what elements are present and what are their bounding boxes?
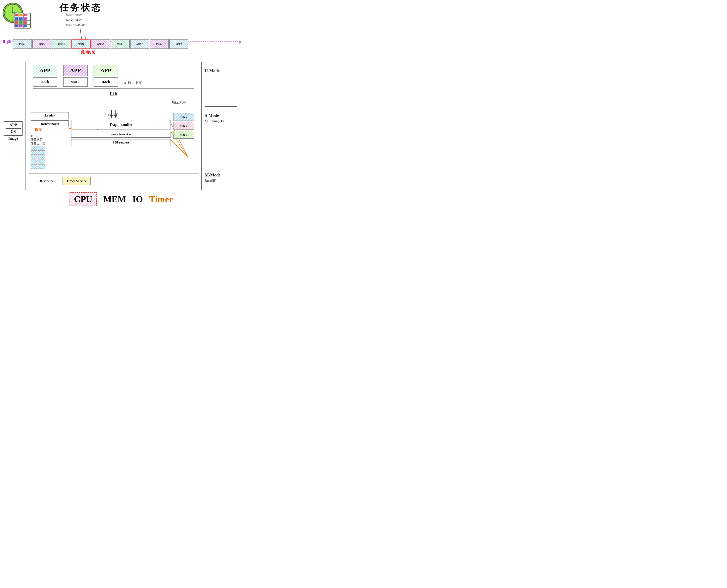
s-mode-sub-label: Multiprog OS <box>205 119 237 123</box>
app-image-sidebar: APP OS Image <box>4 121 23 141</box>
stack-box-3: stack <box>94 77 118 87</box>
svg-rect-26 <box>24 25 26 27</box>
svg-rect-17 <box>24 14 26 16</box>
m-mode-label: M-Mode <box>205 173 237 177</box>
tcbs-area: TCBs任务状态任务上下文 <box>30 134 69 169</box>
task-annotations: task3: ready task2: ready task1: running <box>66 12 85 27</box>
diagram-left: APP stack APP stack APP stack 函数上下文 Lib … <box>26 62 202 190</box>
list-item: task3 <box>52 39 71 49</box>
svg-rect-25 <box>19 25 23 27</box>
svg-point-8 <box>12 12 14 14</box>
list-item: task1 <box>169 39 188 49</box>
svg-rect-15 <box>15 14 18 16</box>
tcb-cell <box>38 165 45 169</box>
m-mode-label-area: M-Mode RustSBI <box>205 170 237 188</box>
s-mode-label-area: S-Mode Multiprog OS <box>205 109 237 168</box>
s-stack-box-2: stack <box>173 122 194 130</box>
task-manager-area: TaskManager 调度 <box>30 120 69 132</box>
task3-ready-label: task3: ready <box>66 12 85 17</box>
tcb-cell <box>38 146 45 150</box>
svg-rect-13 <box>19 13 19 28</box>
s-stack-box-1: stack <box>173 113 194 121</box>
app-block-1: APP stack <box>33 65 57 87</box>
svg-rect-11 <box>14 20 30 21</box>
u-mode-label-area: U-Mode <box>205 64 237 107</box>
svg-rect-21 <box>15 21 18 24</box>
tcb-cell <box>38 150 45 155</box>
tcb-cell <box>30 160 37 164</box>
m-mode-section: SBI-service Timer Service <box>28 173 199 187</box>
cpu-label: CPU <box>74 194 92 204</box>
list-item: task1 <box>130 39 149 49</box>
list-item: task2 <box>32 39 51 49</box>
svg-rect-23 <box>24 21 26 24</box>
stack-box-1: stack <box>33 77 57 87</box>
svg-rect-10 <box>14 17 30 17</box>
svg-rect-12 <box>14 24 30 25</box>
io-label: IO <box>132 194 143 204</box>
top-section: 任务状态 task3: ready task2: ready task1: ru… <box>0 0 243 60</box>
task1-running-label: task1: running <box>66 22 85 27</box>
stack-box-2: stack <box>63 77 88 87</box>
list-item: task1 <box>71 39 90 49</box>
main-diagram: APP stack APP stack APP stack 函数上下文 Lib … <box>25 62 240 190</box>
timer-label: Timer <box>149 194 173 204</box>
trap-context-spacer <box>71 112 171 119</box>
tcb-cell <box>30 150 37 155</box>
s-right: stack stack stack <box>173 113 196 169</box>
tcbs-label: TCBs任务状态任务上下文 <box>30 134 69 145</box>
app-row: APP stack APP stack APP stack 函数上下文 <box>33 65 199 87</box>
svg-rect-22 <box>19 21 23 24</box>
list-item: task1 <box>13 39 32 49</box>
u-mode-label: U-Mode <box>205 68 237 74</box>
tcb-col-1 <box>30 146 37 169</box>
tcb-cell <box>30 165 37 169</box>
list-item: task2 <box>91 39 110 49</box>
s-mode-inner: Loader TaskManager 调度 TCBs任务状态任务上下文 <box>28 110 199 170</box>
tcb-cell <box>38 155 45 160</box>
svg-rect-24 <box>15 25 18 27</box>
tcb-col-2 <box>38 146 45 169</box>
app-box-3: APP <box>94 65 118 76</box>
lib-box: Lib <box>33 88 194 99</box>
svg-rect-18 <box>15 17 18 20</box>
svg-rect-19 <box>19 17 23 20</box>
mem-label: MEM <box>103 194 126 204</box>
schedule-icon <box>14 13 31 29</box>
app-image-box: APP OS <box>4 121 23 135</box>
os-label: OS <box>5 129 21 134</box>
svg-rect-14 <box>23 13 24 28</box>
timer-service-box: Timer Service <box>63 177 90 185</box>
cpu-box: CPU <box>69 192 97 206</box>
timeline-container: task1 task2 task3 task1 task2 task3 task… <box>13 38 238 50</box>
app-block-2: APP stack <box>63 65 88 87</box>
s-stack-box-3: stack <box>173 131 194 139</box>
time-label: 时间 <box>3 39 11 44</box>
svg-rect-16 <box>19 14 23 16</box>
sbi-service-box: SBI-service <box>32 177 58 185</box>
s-mode-section: trap上下文 Loader TaskManager 调度 <box>28 110 199 173</box>
tcb-cell <box>38 160 45 164</box>
tcbs-grid <box>30 146 69 169</box>
u-mode-section: APP stack APP stack APP stack 函数上下文 Lib … <box>28 65 199 108</box>
tcb-cell <box>30 155 37 160</box>
list-item: task2 <box>150 39 169 49</box>
bottom-bar: CPU MEM IO Timer <box>4 192 238 206</box>
m-mode-sub-label: RustSBI <box>205 179 237 183</box>
func-context-label: 函数上下文 <box>124 65 142 87</box>
m-mode-row: SBI-service Timer Service <box>28 175 199 187</box>
app-block-3: APP stack <box>94 65 118 87</box>
sbi-request-box: SBI-request <box>71 139 171 146</box>
task2-ready-label: task2: ready <box>66 17 85 22</box>
task-manager-box: TaskManager <box>30 120 69 127</box>
loader-box: Loader <box>30 112 69 119</box>
page-title: 任务状态 <box>60 2 102 14</box>
schedule-label: 调度 <box>35 127 69 132</box>
app-box-1: APP <box>33 65 57 76</box>
syscall-label: 系统调用 <box>28 100 186 105</box>
s-middle: Trap_handler syscall-service SBI-request <box>71 112 171 169</box>
app-label: APP <box>5 123 21 127</box>
svg-rect-20 <box>24 17 26 20</box>
tcb-cell <box>30 146 37 150</box>
app-box-2: APP <box>63 65 88 76</box>
